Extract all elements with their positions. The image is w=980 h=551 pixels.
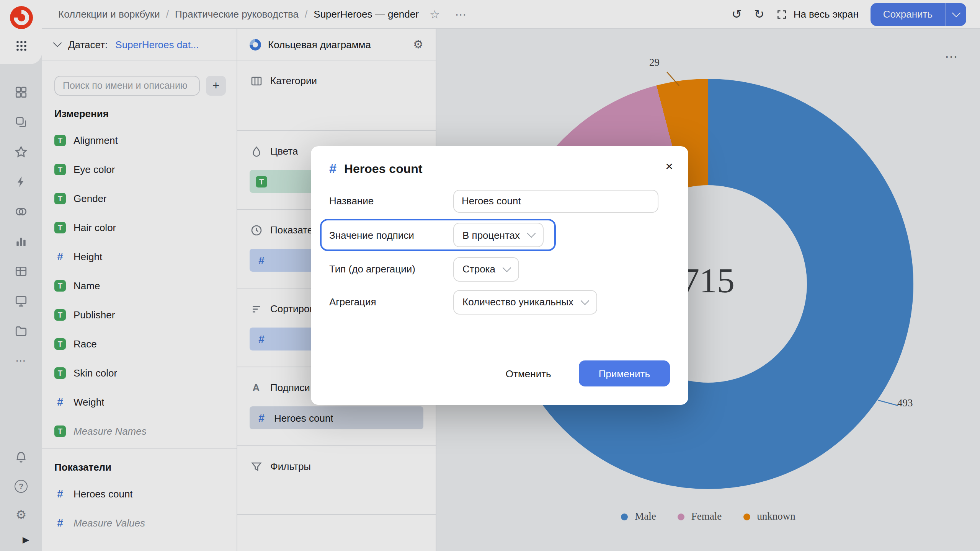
row-type: Тип (до агрегации) Строка bbox=[329, 253, 670, 285]
select-value: В процентах bbox=[462, 229, 520, 241]
chevron-down-icon bbox=[581, 296, 590, 305]
modal-body: Название Значение подписи В процентах Ти… bbox=[311, 180, 688, 318]
modal-footer: Отменить Применить bbox=[311, 360, 688, 405]
number-field-icon: # bbox=[329, 161, 336, 177]
close-icon[interactable]: × bbox=[665, 160, 673, 173]
aggregation-select[interactable]: Количество уникальных bbox=[453, 290, 597, 314]
cancel-button[interactable]: Отменить bbox=[489, 360, 568, 386]
row-name: Название bbox=[329, 184, 670, 217]
modal-header: # Heroes count bbox=[311, 146, 688, 180]
row-label: Тип (до агрегации) bbox=[329, 263, 453, 275]
modal-title: Heroes count bbox=[344, 162, 423, 176]
app-window: ⋯ ? ⚙ ▶ Коллекции и воркбуки / Практичес… bbox=[0, 0, 980, 551]
field-settings-dialog: # Heroes count × Название Значение подпи… bbox=[311, 146, 688, 405]
select-value: Количество уникальных bbox=[462, 296, 573, 308]
row-label: Значение подписи bbox=[329, 229, 453, 241]
row-label-value: Значение подписи В процентах bbox=[320, 219, 556, 251]
chevron-down-icon bbox=[503, 263, 511, 272]
apply-button[interactable]: Применить bbox=[579, 360, 670, 386]
chevron-down-icon bbox=[527, 229, 536, 238]
row-label: Агрегация bbox=[329, 296, 453, 308]
select-value: Строка bbox=[462, 263, 495, 275]
row-aggregation: Агрегация Количество уникальных bbox=[329, 285, 670, 318]
row-label: Название bbox=[329, 195, 453, 207]
label-value-select[interactable]: В процентах bbox=[453, 223, 544, 247]
field-name-input[interactable] bbox=[453, 189, 658, 212]
type-select[interactable]: Строка bbox=[453, 257, 519, 281]
